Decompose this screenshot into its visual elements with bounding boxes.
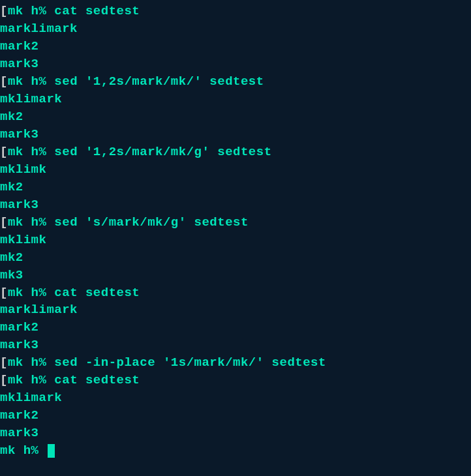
command-output: mark3	[0, 127, 39, 141]
terminal-line: mk2	[0, 108, 471, 126]
terminal-line: [mk h% cat sedtest	[0, 3, 471, 20]
terminal-line: [mk h% sed '1,2s/mark/mk/' sedtest	[0, 73, 471, 91]
command-output: mark3	[0, 426, 39, 440]
terminal-line: mklimk	[0, 231, 471, 249]
terminal-line: marklimark	[0, 20, 471, 38]
terminal-line: mark2	[0, 319, 471, 336]
prompt-bracket: [	[0, 373, 8, 387]
terminal-line: mk h%	[0, 442, 471, 460]
command-output: mk2	[0, 110, 23, 124]
shell-command: cat sedtest	[54, 373, 140, 387]
prompt-bracket: [	[0, 286, 8, 300]
prompt-bracket: [	[0, 215, 8, 230]
shell-prompt: mk h%	[8, 355, 54, 370]
command-output: mklimk	[0, 233, 46, 247]
cursor-icon[interactable]	[48, 444, 55, 458]
terminal-line: mklimark	[0, 91, 471, 108]
prompt-bracket: [	[0, 355, 8, 370]
terminal-line: mark3	[0, 424, 471, 442]
prompt-bracket: [	[0, 4, 8, 18]
terminal-line: mk3	[0, 267, 471, 284]
terminal-line: mark3	[0, 55, 471, 73]
command-output: mark3	[0, 198, 39, 212]
terminal-output[interactable]: [mk h% cat sedtestmarklimarkmark2mark3[m…	[0, 3, 471, 460]
command-output: marklimark	[0, 303, 78, 317]
terminal-line: mark3	[0, 126, 471, 143]
terminal-line: mk2	[0, 179, 471, 196]
shell-command: sed -in-place '1s/mark/mk/' sedtest	[54, 355, 326, 370]
shell-prompt: mk h%	[8, 286, 54, 300]
terminal-line: [mk h% cat sedtest	[0, 284, 471, 302]
terminal-line: [mk h% cat sedtest	[0, 372, 471, 389]
command-output: mark3	[0, 57, 39, 71]
terminal-line: mklimark	[0, 389, 471, 407]
shell-prompt: mk h%	[8, 373, 54, 387]
command-output: mk3	[0, 268, 23, 282]
terminal-line: mk2	[0, 249, 471, 267]
command-output: mk2	[0, 250, 23, 265]
terminal-line: mark3	[0, 196, 471, 214]
shell-prompt: mk h%	[8, 4, 54, 18]
prompt-bracket: [	[0, 74, 8, 89]
prompt-bracket: [	[0, 145, 8, 159]
shell-command: sed '1,2s/mark/mk/g' sedtest	[54, 145, 271, 159]
shell-command: sed '1,2s/mark/mk/' sedtest	[54, 74, 264, 89]
terminal-line: mark2	[0, 38, 471, 55]
shell-command: cat sedtest	[54, 4, 140, 18]
shell-command: sed 's/mark/mk/g' sedtest	[54, 215, 249, 230]
command-output: mark3	[0, 338, 39, 352]
terminal-line: [mk h% sed -in-place '1s/mark/mk/' sedte…	[0, 354, 471, 372]
command-output: mk2	[0, 180, 23, 194]
terminal-line: mark3	[0, 336, 471, 354]
command-output: mark2	[0, 39, 39, 53]
command-output: mark2	[0, 320, 39, 335]
command-output: mark2	[0, 408, 39, 423]
command-output: mklimark	[0, 391, 62, 405]
command-output: mklimark	[0, 92, 62, 106]
shell-prompt: mk h%	[8, 145, 54, 159]
shell-prompt: mk h%	[8, 215, 54, 230]
command-output: mklimk	[0, 162, 46, 177]
command-output: marklimark	[0, 22, 78, 36]
shell-command: cat sedtest	[54, 286, 140, 300]
terminal-line: [mk h% sed 's/mark/mk/g' sedtest	[0, 214, 471, 231]
terminal-line: mklimk	[0, 161, 471, 179]
terminal-line: mark2	[0, 407, 471, 424]
shell-prompt: mk h%	[8, 74, 54, 89]
terminal-line: [mk h% sed '1,2s/mark/mk/g' sedtest	[0, 143, 471, 161]
shell-prompt: mk h%	[0, 443, 46, 458]
terminal-line: marklimark	[0, 301, 471, 319]
